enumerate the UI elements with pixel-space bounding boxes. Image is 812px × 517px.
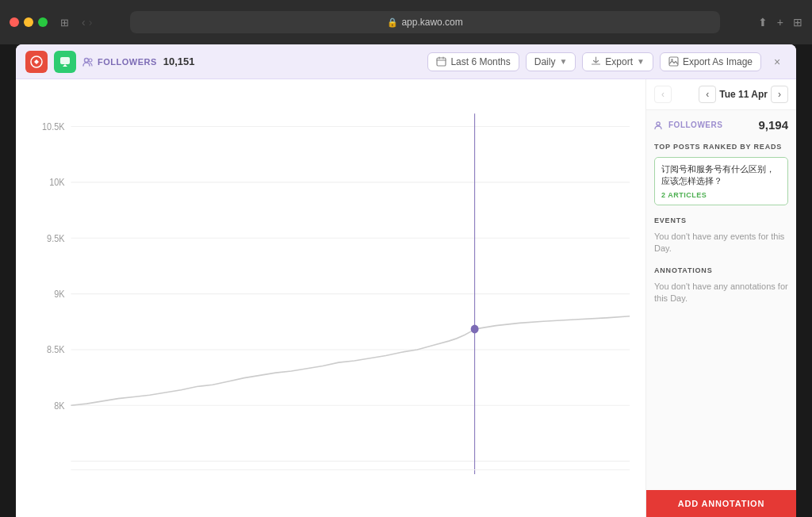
export-chevron-icon: ▼: [637, 57, 645, 66]
traffic-lights: [10, 17, 48, 27]
url-text: app.kawo.com: [401, 17, 462, 28]
svg-text:8K: 8K: [54, 400, 65, 411]
frequency-button[interactable]: Daily ▼: [526, 52, 576, 71]
svg-text:9K: 9K: [54, 289, 65, 299]
date-prev-prev-button[interactable]: ‹: [654, 86, 672, 103]
svg-rect-5: [669, 57, 678, 66]
post-card[interactable]: 订阅号和服务号有什么区别，应该怎样选择？ 2 ARTICLES: [654, 157, 788, 205]
post-card-title: 订阅号和服务号有什么区别，应该怎样选择？: [661, 163, 781, 188]
followers-label: FOLLOWERS: [82, 56, 157, 67]
svg-point-2: [85, 58, 89, 62]
events-section: EVENTS You don't have any events for thi…: [654, 216, 788, 255]
annotations-title: ANNOTATIONS: [654, 266, 788, 274]
chart-svg: 10.5K 10K 9.5K 9K 8.5K 8K: [16, 79, 645, 517]
security-icon: 🔒: [387, 17, 398, 28]
panel-content: FOLLOWERS 9,194 TOP POSTS RANKED BY READ…: [646, 110, 796, 490]
svg-point-6: [671, 59, 672, 60]
app-container: FOLLOWERS 10,151 Last 6 Months Daily ▼: [16, 44, 796, 517]
top-posts-title: TOP POSTS RANKED BY READS: [654, 143, 788, 151]
events-title: EVENTS: [654, 216, 788, 224]
right-panel: ‹ ‹ Tue 11 Apr › FOLLOWERS: [645, 79, 796, 517]
nav-arrows: ‹ ›: [82, 16, 92, 29]
sidebar-toggle-icon[interactable]: ⊞: [60, 17, 69, 29]
browser-chrome: ⊞ ‹ › 🔒 app.kawo.com ⬆ + ⊞: [0, 0, 812, 44]
panel-followers-count: 9,194: [758, 118, 788, 132]
events-empty: You don't have any events for this Day.: [654, 231, 788, 255]
svg-point-3: [89, 59, 92, 62]
close-button[interactable]: ×: [768, 52, 787, 71]
svg-text:8.5K: 8.5K: [47, 345, 65, 355]
main-content: 10.5K 10K 9.5K 9K 8.5K 8K Dec 15: [16, 79, 796, 517]
date-prev-button[interactable]: ‹: [699, 86, 716, 103]
svg-rect-1: [60, 57, 70, 64]
export-button[interactable]: Export ▼: [582, 52, 653, 71]
toolbar-right: Last 6 Months Daily ▼ Export ▼: [427, 52, 787, 71]
svg-text:10.5K: 10.5K: [42, 121, 65, 132]
panel-followers: FOLLOWERS 9,194: [654, 118, 788, 132]
browser-right-icons: ⬆ + ⊞: [758, 16, 802, 29]
image-icon: [668, 56, 679, 67]
grid-icon[interactable]: ⊞: [793, 16, 802, 29]
address-bar[interactable]: 🔒 app.kawo.com: [130, 11, 719, 33]
svg-text:10K: 10K: [49, 178, 65, 188]
date-next-button[interactable]: ›: [771, 86, 788, 103]
back-icon[interactable]: ‹: [82, 16, 86, 29]
annotations-empty: You don't have any annotations for this …: [654, 281, 788, 305]
date-nav: ‹ ‹ Tue 11 Apr ›: [646, 79, 796, 110]
calendar-icon: [436, 56, 446, 67]
export-as-image-button[interactable]: Export As Image: [660, 52, 761, 71]
chat-icon: [54, 51, 76, 73]
panel-followers-label: FOLLOWERS: [654, 120, 722, 130]
chevron-down-icon: ▼: [559, 57, 567, 66]
maximize-window-button[interactable]: [38, 17, 48, 27]
svg-text:9.5K: 9.5K: [47, 233, 65, 243]
share-icon[interactable]: ⬆: [758, 16, 768, 29]
chart-area: 10.5K 10K 9.5K 9K 8.5K 8K Dec 15: [16, 79, 645, 517]
svg-point-21: [471, 325, 479, 334]
add-annotation-button[interactable]: ADD ANNOTATION: [646, 490, 796, 517]
add-tab-icon[interactable]: +: [777, 16, 783, 29]
date-nav-center: ‹ Tue 11 Apr ›: [699, 86, 788, 103]
date-range-button[interactable]: Last 6 Months: [427, 52, 519, 71]
download-icon: [591, 56, 601, 67]
followers-count: 10,151: [163, 56, 195, 67]
panel-followers-icon: [654, 120, 665, 130]
date-text: Tue 11 Apr: [719, 89, 768, 100]
svg-rect-4: [437, 58, 446, 66]
minimize-window-button[interactable]: [24, 17, 33, 27]
browser-icons: ⊞: [60, 17, 69, 29]
forward-icon[interactable]: ›: [89, 16, 93, 29]
svg-point-23: [657, 122, 660, 125]
annotations-section: ANNOTATIONS You don't have any annotatio…: [654, 266, 788, 305]
top-posts-section: TOP POSTS RANKED BY READS 订阅号和服务号有什么区别，应…: [654, 143, 788, 205]
brand-icon: [25, 51, 48, 73]
post-articles-badge: 2 ARTICLES: [661, 191, 781, 199]
toolbar-left: FOLLOWERS 10,151: [25, 51, 427, 73]
toolbar: FOLLOWERS 10,151 Last 6 Months Daily ▼: [16, 44, 796, 79]
close-window-button[interactable]: [10, 17, 19, 27]
